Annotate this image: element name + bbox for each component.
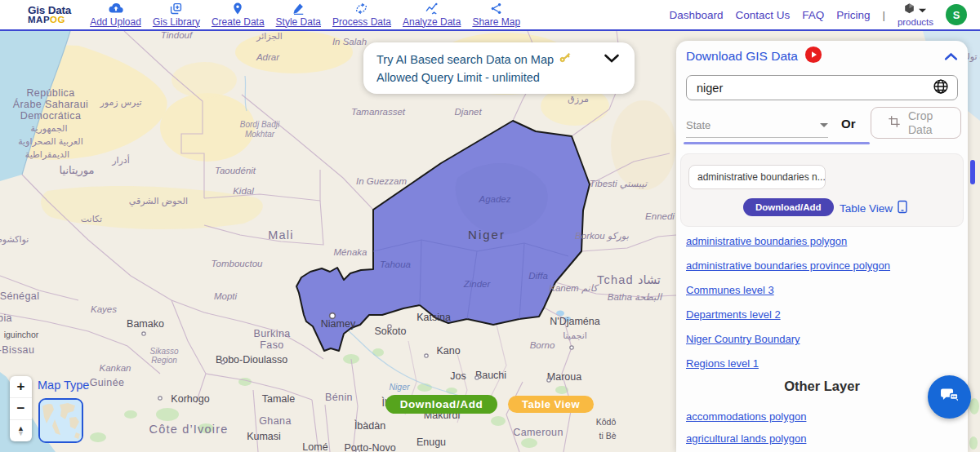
map-label: Árabe Saharaui <box>13 98 88 110</box>
avatar[interactable]: S <box>946 4 967 25</box>
map-label: Sikasso <box>149 347 178 356</box>
nav-style-data[interactable]: Style Data <box>276 2 321 28</box>
panel-title: Download GIS Data <box>686 49 798 64</box>
globe-icon[interactable] <box>933 78 949 98</box>
layer-link[interactable]: Regions level 1 <box>686 352 961 376</box>
town-marker <box>142 332 145 335</box>
banner-chevron-down-icon[interactable] <box>604 52 620 67</box>
map-label: Tamanrasset <box>351 107 406 117</box>
map-label: Democrática <box>20 110 82 122</box>
products-menu[interactable]: products <box>898 2 933 28</box>
layer-link[interactable]: Niger Country Boundary <box>686 327 961 352</box>
banner-line2: Allowed Query Limit - unlimited <box>376 69 621 87</box>
layer-link[interactable]: accommodations polygon <box>686 405 806 428</box>
secondary-nav: Dashboard Contact Us FAQ Pricing | produ… <box>669 2 980 28</box>
map-label: Bénin <box>325 392 353 403</box>
panel-collapse-chevron-up-icon[interactable] <box>944 51 958 61</box>
logo-line2: MAPOG <box>28 16 71 25</box>
chat-widget-button[interactable] <box>928 375 971 419</box>
zoom-out-button[interactable]: − <box>10 398 32 420</box>
triangle-down-icon: ▼ <box>17 431 24 436</box>
nav-analyze-data[interactable]: Analyze Data <box>403 2 461 28</box>
nav-faq[interactable]: FAQ <box>802 9 824 21</box>
map-label: Lomé <box>302 441 327 452</box>
map-label: Borkou بوركو <box>575 231 630 242</box>
map-label: Batha البطحة <box>608 292 663 302</box>
panel-scrollbar-thumb[interactable] <box>970 160 975 184</box>
map-label: أدرار <box>111 154 130 166</box>
cloud-upload-icon <box>109 2 123 16</box>
map-label: Porto-Novo <box>344 442 395 452</box>
map-label: Niamey <box>321 318 356 330</box>
selected-layer-chip[interactable]: administrative boundaries n... <box>688 165 826 189</box>
town-marker <box>425 354 428 357</box>
map-label: In Salah <box>332 37 367 47</box>
map-label: República <box>26 87 74 99</box>
table-view-button[interactable]: Table View <box>840 200 908 216</box>
nav-label: Analyze Data <box>403 16 461 28</box>
nav-label: Add Upload <box>90 16 141 28</box>
map-label: iguinchor <box>4 330 39 339</box>
search-input[interactable] <box>695 81 933 95</box>
map-download-add-button[interactable]: Download/Add <box>385 395 497 414</box>
layer-link[interactable]: Communes level 3 <box>686 278 961 303</box>
map-label: Ménaka <box>334 247 368 257</box>
nav-pricing[interactable]: Pricing <box>836 9 870 21</box>
nav-share-map[interactable]: Share Map <box>472 2 520 28</box>
nav-gis-library[interactable]: Gis Library <box>153 2 200 28</box>
map-label: انجمينا <box>563 330 587 340</box>
town-marker <box>570 346 573 349</box>
layer-link[interactable]: agricultural lands polygon <box>686 428 806 450</box>
map-label: Bobo-Dioulasso <box>216 354 287 366</box>
map-label: Enugu <box>416 436 446 448</box>
banner-line1: Try AI Based search Data on Map <box>376 51 554 69</box>
tablet-icon <box>897 200 908 216</box>
download-add-button[interactable]: Download/Add <box>743 198 834 216</box>
cube-icon <box>903 2 915 17</box>
map-label: نواكشوط <box>0 234 29 245</box>
nav-add-upload[interactable]: Add Upload <box>90 2 141 28</box>
crop-data-button[interactable]: Crop Data <box>871 107 961 139</box>
zoom-in-button[interactable]: + <box>10 376 32 398</box>
map-label: Tahoua <box>380 259 411 269</box>
map-label: Kumasi <box>247 431 281 442</box>
analyze-chart-icon <box>425 2 439 16</box>
map-label: Tamale <box>262 393 295 405</box>
download-gis-panel: Download GIS Data State Or Crop Data adm… <box>676 41 968 452</box>
map-label: الجزائر <box>256 31 283 42</box>
nav-create-data[interactable]: Create Data <box>212 2 265 28</box>
town-marker <box>547 379 550 382</box>
nav-contact-us[interactable]: Contact Us <box>735 9 790 21</box>
town-marker <box>330 313 336 319</box>
map-label: Tombouctou <box>212 259 263 268</box>
map-label: Korhogo <box>171 393 209 405</box>
nav-dashboard[interactable]: Dashboard <box>669 9 723 21</box>
map-table-view-button[interactable]: Table View <box>508 396 594 413</box>
select-caret-icon <box>820 123 828 127</box>
process-arrows-icon <box>354 2 368 16</box>
other-layer-heading: Other Layer <box>676 379 968 394</box>
ai-search-banner[interactable]: Try AI Based search Data on Map Allowed … <box>363 42 635 94</box>
map-label: N'Djaména <box>550 316 599 327</box>
products-label: products <box>898 18 933 28</box>
nav-process-data[interactable]: Process Data <box>332 2 391 28</box>
layer-link[interactable]: administrative boundaries province polyg… <box>686 254 961 278</box>
map-type-label[interactable]: Map Type <box>38 379 89 392</box>
map-label: Guinée <box>90 377 125 388</box>
nav-label: Gis Library <box>153 16 200 28</box>
app-logo[interactable]: Gis Data MAPOG <box>28 5 71 25</box>
map-label: Sénégal <box>0 290 39 302</box>
zoom-extent-button[interactable]: ▲▼ <box>10 420 32 441</box>
youtube-icon[interactable] <box>804 46 822 67</box>
map-label: مرزق <box>568 94 589 104</box>
map-label: Katsina <box>416 312 451 323</box>
map-type-thumbnail[interactable] <box>38 398 83 443</box>
state-select[interactable]: State <box>686 113 828 138</box>
layer-link[interactable]: Departments level 2 <box>686 303 961 327</box>
layer-links-list: administrative boundaries polygon admini… <box>686 229 961 376</box>
map-label: Niger <box>389 382 410 392</box>
map-label: Kôdô <box>596 417 617 427</box>
map-label: Adrar <box>256 52 280 62</box>
layer-link[interactable]: administrative boundaries polygon <box>686 229 961 254</box>
map-label: Borno <box>530 340 555 350</box>
